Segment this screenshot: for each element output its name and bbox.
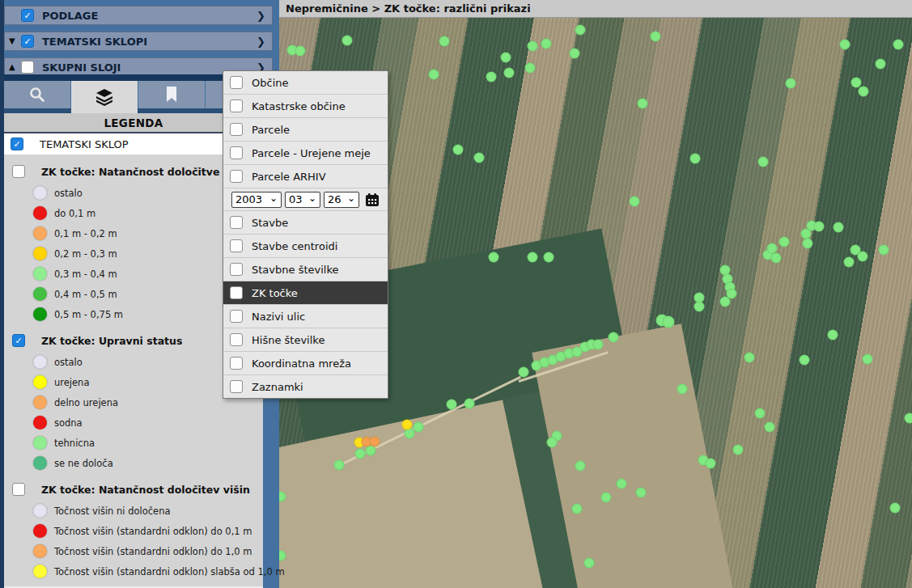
- layer-menu-item[interactable]: Parcele - Urejene meje: [223, 142, 388, 165]
- archive-day-select[interactable]: 26 ⌄: [324, 192, 359, 208]
- legend-item-label: Točnost višin (standardni odklon) do 1,0…: [54, 546, 252, 557]
- layer-checkbox[interactable]: [230, 357, 243, 370]
- layer-checkbox[interactable]: [230, 239, 243, 252]
- breadcrumb-text: Nepremičnine > ZK točke: različni prikaz…: [286, 2, 531, 15]
- zk-point-marker: [814, 222, 825, 232]
- zk-point-marker: [744, 353, 755, 363]
- zk-point-marker: [636, 488, 647, 498]
- zk-point-marker: [439, 36, 450, 47]
- calendar-button[interactable]: [364, 192, 380, 208]
- legend-item-label: Točnost višin (standardni odklon) slabša…: [54, 566, 285, 577]
- legend-color-dot-icon: [33, 565, 47, 578]
- legend-color-dot-icon: [33, 416, 47, 429]
- layer-checkbox[interactable]: [230, 146, 243, 159]
- tab-bookmark[interactable]: [138, 81, 205, 108]
- zk-point-marker: [630, 197, 640, 207]
- layer-label: Zaznamki: [252, 381, 303, 393]
- layer-checkbox[interactable]: [230, 216, 243, 229]
- collapse-arrow-icon[interactable]: ▲: [9, 63, 21, 71]
- layer-menu-item[interactable]: Koordinatna mreža: [223, 352, 388, 375]
- layer-checkbox[interactable]: [230, 263, 243, 276]
- layer-menu-item[interactable]: Stavbe centroidi: [223, 235, 388, 258]
- layer-group-header[interactable]: ▼ ✓ TEMATSKI SKLOPI ❯: [4, 32, 273, 51]
- layers-icon: [95, 88, 114, 106]
- layer-label: Nazivi ulic: [252, 311, 305, 323]
- legend-color-dot-icon: [33, 436, 47, 450]
- zk-point-marker: [767, 243, 778, 254]
- zk-point-marker: [638, 99, 648, 109]
- layer-menu-item[interactable]: Katastrske občine: [223, 95, 388, 118]
- layer-menu-item[interactable]: Zaznamki: [223, 375, 388, 398]
- layer-menu-item[interactable]: ZK točke: [223, 281, 388, 305]
- zk-point-marker: [402, 420, 413, 430]
- legend-section-checkbox[interactable]: [12, 483, 25, 496]
- zk-point-marker: [544, 252, 554, 263]
- zk-point-marker: [690, 154, 701, 164]
- legend-color-dot-icon: [33, 307, 47, 321]
- layer-menu-item[interactable]: Občine: [223, 71, 388, 95]
- legend-item-label: 0,5 m - 0,75 m: [54, 309, 123, 320]
- legend-section-checkbox[interactable]: ✓: [12, 334, 25, 347]
- zk-point-marker: [570, 49, 580, 59]
- legend-color-dot-icon: [33, 355, 47, 369]
- zk-point-marker: [429, 70, 439, 80]
- zk-point-marker: [342, 36, 353, 46]
- zk-point-marker: [858, 252, 868, 262]
- layer-checkbox[interactable]: [230, 170, 243, 183]
- zk-point-marker: [828, 330, 838, 341]
- legend-item-label: ostalo: [54, 357, 83, 368]
- legend-item-label: sodna: [54, 417, 83, 429]
- archive-year-select[interactable]: 2003 ⌄: [231, 192, 282, 208]
- legend-section-label: ZK točke: Upravni status: [41, 335, 182, 347]
- zk-point-marker: [453, 145, 464, 155]
- layer-checkbox[interactable]: [230, 310, 243, 323]
- layer-label: Hišne številke: [252, 334, 325, 346]
- collapse-arrow-icon[interactable]: ▼: [9, 37, 21, 45]
- legend-item-label: se ne določa: [54, 458, 113, 469]
- zk-point-marker: [876, 59, 886, 70]
- legend-color-dot-icon: [33, 504, 47, 518]
- tematski-sklop-checkbox[interactable]: ✓: [11, 137, 23, 150]
- layer-label: Občine: [252, 77, 288, 89]
- archive-month-select[interactable]: 03 ⌄: [285, 192, 320, 208]
- layer-checkbox[interactable]: [230, 380, 243, 393]
- layer-menu-item[interactable]: Parcele: [223, 118, 388, 142]
- legend-item: Točnost višin ni določena: [4, 501, 263, 521]
- layer-menu-item[interactable]: Parcele ARHIV: [223, 165, 388, 188]
- tab-layers[interactable]: [71, 81, 138, 113]
- layer-checkbox[interactable]: [230, 76, 243, 89]
- legend-color-dot-icon: [33, 375, 47, 389]
- legend-section-checkbox[interactable]: [12, 165, 25, 178]
- zk-point-marker: [706, 459, 716, 469]
- legend-item-label: 0,1 m - 0,2 m: [54, 228, 117, 239]
- zk-point-marker: [765, 422, 775, 433]
- layer-group-header[interactable]: ✓ PODLAGE ❯: [4, 6, 273, 25]
- layer-menu-item[interactable]: Nazivi ulic: [223, 305, 388, 328]
- legend-item: se ne določa: [4, 453, 263, 473]
- layer-menu-item[interactable]: Stavbne številke: [223, 258, 388, 281]
- layer-checkbox[interactable]: [230, 333, 243, 346]
- layer-group-checkbox[interactable]: [21, 61, 34, 74]
- chevron-right-icon[interactable]: ❯: [257, 36, 265, 48]
- layer-checkbox[interactable]: [230, 123, 243, 136]
- zk-point-marker: [694, 302, 705, 312]
- zk-point-marker: [355, 449, 366, 459]
- tab-search[interactable]: [4, 81, 70, 108]
- zk-point-marker: [414, 422, 424, 433]
- layer-checkbox[interactable]: [230, 99, 243, 112]
- legend-item-label: ostalo: [54, 188, 83, 199]
- legend-color-dot-icon: [33, 544, 47, 558]
- layer-menu-item[interactable]: Stavbe: [223, 211, 388, 235]
- layer-group-label: TEMATSKI SKLOPI: [42, 36, 147, 48]
- zk-point-marker: [733, 445, 744, 455]
- layer-group-checkbox[interactable]: ✓: [21, 35, 34, 48]
- layer-checkbox[interactable]: [230, 286, 243, 299]
- layer-group-checkbox[interactable]: ✓: [21, 9, 34, 22]
- chevron-right-icon[interactable]: ❯: [257, 10, 265, 22]
- legend-item: Točnost višin (standardni odklon) do 0,1…: [4, 521, 263, 541]
- zk-point-marker: [663, 316, 675, 328]
- zk-point-marker: [800, 355, 810, 366]
- layer-menu-item[interactable]: Hišne številke: [223, 328, 388, 352]
- zk-point-marker: [779, 237, 790, 247]
- legend-item-label: tehnicna: [54, 438, 95, 449]
